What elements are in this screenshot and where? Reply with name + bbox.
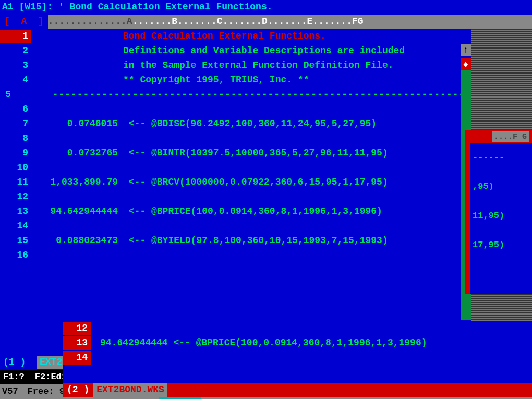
cell[interactable]: in the Sample External Function Definiti… <box>120 59 471 72</box>
column-label-g: G <box>358 15 364 28</box>
column-label-d: .......D <box>223 15 268 28</box>
work-area: 1Bond Calculation External Functions. 2D… <box>0 29 532 370</box>
row-number[interactable]: 16 <box>0 249 31 262</box>
cell[interactable]: 1,033,899.79 <box>31 176 120 189</box>
cell[interactable]: 0.088023473 <box>31 234 120 247</box>
bg-cell: 11,95) <box>470 201 532 231</box>
cell[interactable]: <-- @BRCV(1000000,0.07922,360,6,15,95,1,… <box>120 176 471 189</box>
cell[interactable]: <-- @BINTR(10397.5,10000,365,5,27,96,11,… <box>120 147 471 160</box>
column-label-b: .......B <box>132 15 177 28</box>
row-number[interactable]: 13 <box>0 205 31 218</box>
bg-cell: ,95) <box>470 172 532 201</box>
row-number[interactable]: 3 <box>0 59 31 72</box>
window1-number: (1 ) <box>0 356 37 369</box>
status-version: V57 <box>2 385 18 398</box>
cell[interactable]: ----------------------------------------… <box>49 88 471 101</box>
row-number[interactable]: 12 <box>0 190 31 203</box>
row-number[interactable]: 13 <box>63 336 91 349</box>
foreground-window: 1Bond Calculation External Functions. 2D… <box>0 29 471 370</box>
cell[interactable]: 0.0746015 <box>31 117 120 130</box>
window2: 12 1394.642944444 <-- @BPRICE(100,0.0914… <box>63 321 532 397</box>
column-label-c: .......C <box>177 15 222 28</box>
row-number[interactable]: 7 <box>0 117 31 130</box>
cell[interactable]: 0.0732765 <box>31 147 120 160</box>
fn-key-f1[interactable]: F1:? <box>3 371 25 383</box>
row-number[interactable]: 6 <box>0 103 31 116</box>
active-column-label: [ A ] <box>0 15 48 28</box>
row-number[interactable]: 15 <box>0 234 31 247</box>
row-number[interactable]: 2 <box>0 44 31 57</box>
background-window: ....F G ------ ,95) 11,95) 17,95) <box>465 130 532 294</box>
window2-number: (2 ) <box>63 383 93 396</box>
scroll-thumb-v[interactable]: ♦ <box>461 58 471 70</box>
bg-cell: 17,95) <box>470 231 532 260</box>
column-label-a: ..............A <box>48 15 132 28</box>
cell[interactable]: <-- @BPRICE(100,0.0914,360,8,1,1996,1,3,… <box>120 205 471 218</box>
column-header: [ A ] ..............A .......B .......C … <box>0 15 532 29</box>
window2-footer: (2 ) EXT2BOND.WKS <box>63 383 532 397</box>
window2-filename: EXT2BOND.WKS <box>93 383 167 396</box>
row-number[interactable]: 12 <box>63 322 91 335</box>
spreadsheet-grid[interactable]: 1Bond Calculation External Functions. 2D… <box>0 29 471 355</box>
row-number[interactable]: 4 <box>0 74 31 87</box>
row-number[interactable]: 11 <box>0 176 31 189</box>
cell-reference-bar: A1 [W15]: ' Bond Calculation External Fu… <box>0 0 532 15</box>
cell[interactable]: <-- @BYIELD(97.8,100,360,10,15,1993,7,15… <box>120 234 471 247</box>
app-root: A1 [W15]: ' Bond Calculation External Fu… <box>0 0 532 399</box>
row-number[interactable]: 10 <box>0 161 31 174</box>
cell[interactable]: ** Copyright 1995, TRIUS, Inc. ** <box>120 74 471 87</box>
cell[interactable]: 94.642944444 <box>31 205 120 218</box>
column-label-e: .......E <box>268 15 312 28</box>
cell[interactable]: <-- @BDISC(96.2492,100,360,11,24,95,5,27… <box>120 117 471 130</box>
scroll-up-icon[interactable]: ↑ <box>461 44 471 56</box>
row-number[interactable]: 14 <box>63 351 91 364</box>
bg-col-header: ....F G <box>492 131 529 142</box>
row-number[interactable]: 14 <box>0 220 31 233</box>
bg-cell: ------ <box>470 143 532 172</box>
cell-reference-text: A1 [W15]: ' Bond Calculation External Fu… <box>2 1 272 14</box>
row-number[interactable]: 9 <box>0 147 31 160</box>
column-label-f: .......F <box>312 15 357 28</box>
row-number[interactable]: 5 <box>0 88 14 101</box>
cell[interactable]: 94.642944444 <-- @BPRICE(100,0.0914,360,… <box>91 336 532 349</box>
cell[interactable]: Bond Calculation External Functions. <box>120 30 471 43</box>
cell[interactable]: Definitions and Variable Descriptions ar… <box>120 44 471 57</box>
bg-window-content: ------ ,95) 11,95) 17,95) <box>470 143 532 294</box>
window2-grid[interactable]: 12 1394.642944444 <-- @BPRICE(100,0.0914… <box>63 321 532 383</box>
row-number[interactable]: 1 <box>0 30 31 43</box>
row-number[interactable]: 8 <box>0 132 31 145</box>
